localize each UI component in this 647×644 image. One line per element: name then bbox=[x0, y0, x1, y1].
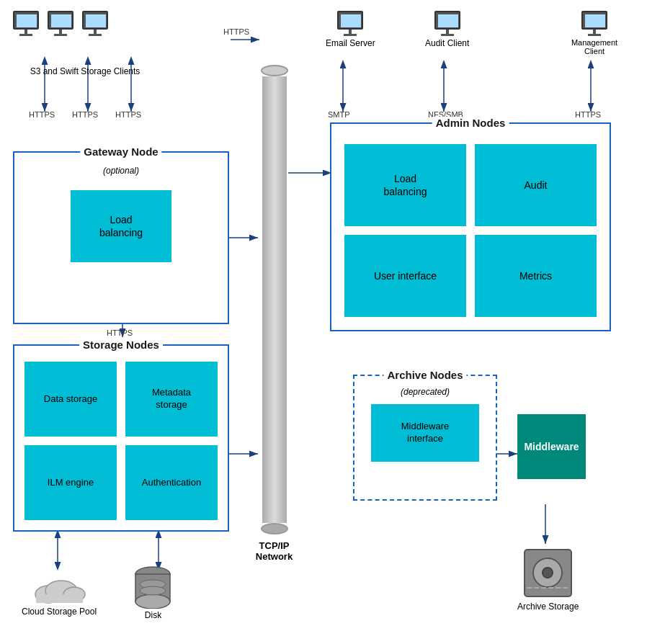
archive-nodes-title: Archive Nodes bbox=[387, 369, 463, 381]
gateway-node-subtitle: (optional) bbox=[14, 166, 228, 176]
gateway-node-title: Gateway Node bbox=[84, 146, 158, 158]
email-server: Email Server bbox=[326, 11, 375, 48]
management-client: Management Client bbox=[569, 11, 620, 55]
data-storage: Data storage bbox=[24, 362, 117, 437]
cloud-storage-pool: Cloud Storage Pool bbox=[22, 569, 97, 617]
storage-nodes-container: Storage Nodes Data storage Metadata stor… bbox=[13, 344, 229, 532]
https-label-1: HTTPS bbox=[29, 110, 55, 119]
s3-swift-clients bbox=[13, 11, 108, 36]
client-computer-1 bbox=[13, 11, 39, 36]
management-client-label: Management Client bbox=[569, 38, 620, 55]
ilm-engine: ILM engine bbox=[24, 445, 117, 520]
gateway-load-balancing: Load balancing bbox=[71, 190, 171, 262]
authentication: Authentication bbox=[125, 445, 218, 520]
https-label-3: HTTPS bbox=[115, 110, 141, 119]
gateway-node-container: Gateway Node (optional) Load balancing bbox=[13, 151, 229, 324]
storage-nodes-title: Storage Nodes bbox=[83, 339, 159, 351]
admin-load-balancing: Load balancing bbox=[344, 144, 466, 226]
tcp-ip-label: TCP/IP Network bbox=[247, 540, 301, 562]
admin-audit: Audit bbox=[475, 144, 597, 226]
admin-nodes-title: Admin Nodes bbox=[436, 117, 506, 129]
svg-point-25 bbox=[135, 594, 170, 609]
client-computer-3 bbox=[82, 11, 108, 36]
admin-nodes-container: Admin Nodes Load balancing Audit User in… bbox=[330, 122, 611, 331]
admin-metrics: Metrics bbox=[475, 235, 597, 317]
https-mgmt-label: HTTPS bbox=[575, 110, 601, 119]
archive-storage-label: Archive Storage bbox=[517, 601, 579, 612]
disk: Disk bbox=[133, 565, 173, 620]
audit-client-label: Audit Client bbox=[425, 38, 469, 48]
https-label-2: HTTPS bbox=[72, 110, 98, 119]
smtp-label: SMTP bbox=[328, 110, 350, 119]
s3-swift-label: S3 and Swift Storage Clients bbox=[13, 66, 157, 76]
archive-storage: Archive Storage bbox=[517, 546, 579, 612]
architecture-diagram: S3 and Swift Storage Clients HTTPS HTTPS… bbox=[0, 0, 647, 644]
https-gw-storage-label: HTTPS bbox=[107, 328, 133, 337]
email-server-label: Email Server bbox=[326, 38, 375, 48]
svg-rect-22 bbox=[36, 594, 83, 603]
audit-client: Audit Client bbox=[425, 11, 469, 48]
metadata-storage: Metadata storage bbox=[125, 362, 218, 437]
middleware-interface: Middleware interface bbox=[371, 404, 479, 462]
svg-point-27 bbox=[140, 586, 166, 595]
archive-nodes-container: Archive Nodes (deprecated) Middleware in… bbox=[353, 375, 497, 501]
tcp-ip-cylinder bbox=[261, 65, 288, 535]
https-top-label: HTTPS bbox=[223, 27, 249, 36]
middleware-box: Middleware bbox=[517, 414, 586, 479]
admin-user-interface: User interface bbox=[344, 235, 466, 317]
disk-label: Disk bbox=[145, 610, 161, 620]
cloud-storage-label: Cloud Storage Pool bbox=[22, 607, 97, 617]
client-computer-2 bbox=[48, 11, 73, 36]
svg-point-30 bbox=[542, 567, 553, 578]
archive-nodes-subtitle: (deprecated) bbox=[354, 387, 496, 397]
